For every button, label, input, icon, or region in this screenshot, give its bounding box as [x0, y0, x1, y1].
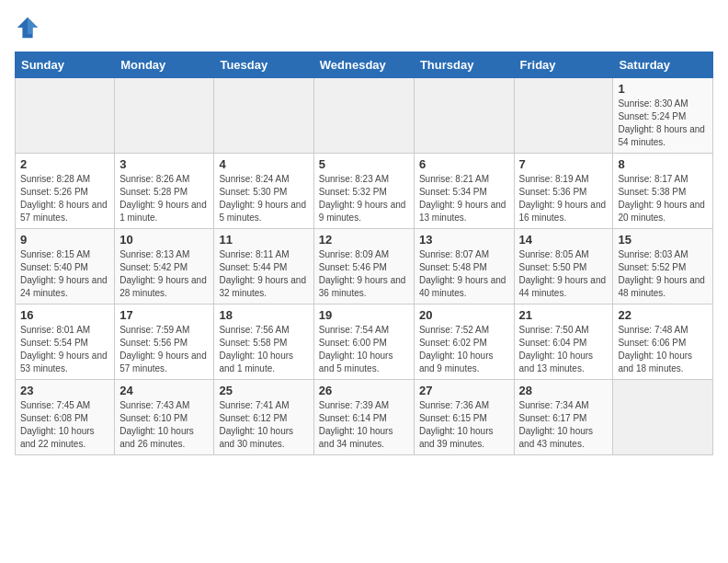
calendar-cell: 18Sunrise: 7:56 AM Sunset: 5:58 PM Dayli…	[214, 304, 313, 380]
day-detail: Sunrise: 7:50 AM Sunset: 6:04 PM Dayligh…	[519, 324, 609, 375]
calendar-cell	[514, 78, 613, 154]
calendar-cell: 17Sunrise: 7:59 AM Sunset: 5:56 PM Dayli…	[115, 304, 214, 380]
calendar-cell	[613, 380, 713, 455]
calendar-table: SundayMondayTuesdayWednesdayThursdayFrid…	[15, 52, 713, 455]
day-detail: Sunrise: 8:11 AM Sunset: 5:44 PM Dayligh…	[219, 248, 308, 300]
calendar-cell: 4Sunrise: 8:24 AM Sunset: 5:30 PM Daylig…	[214, 154, 313, 229]
day-number: 16	[20, 308, 109, 322]
calendar-cell: 25Sunrise: 7:41 AM Sunset: 6:12 PM Dayli…	[214, 380, 313, 455]
calendar-cell: 8Sunrise: 8:17 AM Sunset: 5:38 PM Daylig…	[613, 154, 713, 229]
day-detail: Sunrise: 8:01 AM Sunset: 5:54 PM Dayligh…	[20, 324, 109, 375]
weekday-header: Saturday	[613, 52, 713, 78]
day-detail: Sunrise: 8:05 AM Sunset: 5:50 PM Dayligh…	[519, 248, 609, 300]
calendar-cell: 1Sunrise: 8:30 AM Sunset: 5:24 PM Daylig…	[613, 78, 713, 154]
day-number: 4	[219, 157, 308, 171]
day-detail: Sunrise: 7:41 AM Sunset: 6:12 PM Dayligh…	[219, 399, 308, 451]
day-detail: Sunrise: 8:17 AM Sunset: 5:38 PM Dayligh…	[618, 173, 708, 224]
day-number: 3	[119, 157, 209, 171]
day-number: 7	[519, 157, 609, 171]
calendar-cell: 11Sunrise: 8:11 AM Sunset: 5:44 PM Dayli…	[214, 229, 313, 304]
calendar-cell: 24Sunrise: 7:43 AM Sunset: 6:10 PM Dayli…	[115, 380, 214, 455]
weekday-header: Sunday	[16, 52, 115, 78]
day-number: 9	[20, 233, 109, 247]
calendar-cell: 13Sunrise: 8:07 AM Sunset: 5:48 PM Dayli…	[414, 229, 514, 304]
calendar-cell: 9Sunrise: 8:15 AM Sunset: 5:40 PM Daylig…	[16, 229, 115, 304]
calendar-cell: 19Sunrise: 7:54 AM Sunset: 6:00 PM Dayli…	[313, 304, 414, 380]
day-number: 24	[119, 384, 209, 397]
day-detail: Sunrise: 8:19 AM Sunset: 5:36 PM Dayligh…	[519, 173, 609, 224]
day-detail: Sunrise: 8:07 AM Sunset: 5:48 PM Dayligh…	[419, 248, 509, 300]
calendar-week-row: 16Sunrise: 8:01 AM Sunset: 5:54 PM Dayli…	[16, 304, 713, 380]
day-number: 23	[20, 384, 109, 397]
day-detail: Sunrise: 8:28 AM Sunset: 5:26 PM Dayligh…	[20, 173, 109, 224]
calendar-week-row: 1Sunrise: 8:30 AM Sunset: 5:24 PM Daylig…	[16, 78, 713, 154]
calendar-week-row: 23Sunrise: 7:45 AM Sunset: 6:08 PM Dayli…	[16, 380, 713, 455]
day-number: 6	[419, 157, 509, 171]
calendar-cell: 23Sunrise: 7:45 AM Sunset: 6:08 PM Dayli…	[16, 380, 115, 455]
calendar-cell: 10Sunrise: 8:13 AM Sunset: 5:42 PM Dayli…	[115, 229, 214, 304]
day-number: 17	[119, 308, 209, 322]
calendar-cell	[115, 78, 214, 154]
day-detail: Sunrise: 8:13 AM Sunset: 5:42 PM Dayligh…	[119, 248, 209, 300]
calendar-cell: 5Sunrise: 8:23 AM Sunset: 5:32 PM Daylig…	[313, 154, 414, 229]
day-detail: Sunrise: 7:52 AM Sunset: 6:02 PM Dayligh…	[419, 324, 509, 375]
calendar-cell	[313, 78, 414, 154]
day-detail: Sunrise: 8:30 AM Sunset: 5:24 PM Dayligh…	[618, 98, 708, 149]
day-detail: Sunrise: 7:48 AM Sunset: 6:06 PM Dayligh…	[618, 324, 708, 375]
weekday-header: Thursday	[414, 52, 514, 78]
weekday-header: Monday	[115, 52, 214, 78]
day-detail: Sunrise: 7:45 AM Sunset: 6:08 PM Dayligh…	[20, 399, 109, 451]
calendar-cell	[16, 78, 115, 154]
day-number: 18	[219, 308, 308, 322]
day-detail: Sunrise: 8:24 AM Sunset: 5:30 PM Dayligh…	[219, 173, 308, 224]
day-number: 22	[618, 308, 708, 322]
day-number: 1	[618, 82, 708, 96]
day-number: 13	[419, 233, 509, 247]
day-detail: Sunrise: 8:03 AM Sunset: 5:52 PM Dayligh…	[618, 248, 708, 300]
logo	[15, 15, 44, 40]
day-number: 25	[219, 384, 308, 397]
calendar-cell: 6Sunrise: 8:21 AM Sunset: 5:34 PM Daylig…	[414, 154, 514, 229]
day-detail: Sunrise: 7:56 AM Sunset: 5:58 PM Dayligh…	[219, 324, 308, 375]
day-detail: Sunrise: 8:09 AM Sunset: 5:46 PM Dayligh…	[319, 248, 409, 300]
calendar-cell: 2Sunrise: 8:28 AM Sunset: 5:26 PM Daylig…	[16, 154, 115, 229]
calendar-cell: 26Sunrise: 7:39 AM Sunset: 6:14 PM Dayli…	[313, 380, 414, 455]
calendar-cell	[214, 78, 313, 154]
day-detail: Sunrise: 8:21 AM Sunset: 5:34 PM Dayligh…	[419, 173, 509, 224]
calendar-cell: 27Sunrise: 7:36 AM Sunset: 6:15 PM Dayli…	[414, 380, 514, 455]
calendar-cell: 3Sunrise: 8:26 AM Sunset: 5:28 PM Daylig…	[115, 154, 214, 229]
calendar-cell: 15Sunrise: 8:03 AM Sunset: 5:52 PM Dayli…	[613, 229, 713, 304]
calendar-cell: 20Sunrise: 7:52 AM Sunset: 6:02 PM Dayli…	[414, 304, 514, 380]
weekday-header: Friday	[514, 52, 613, 78]
calendar-cell: 14Sunrise: 8:05 AM Sunset: 5:50 PM Dayli…	[514, 229, 613, 304]
logo-icon	[15, 15, 40, 40]
calendar-cell: 21Sunrise: 7:50 AM Sunset: 6:04 PM Dayli…	[514, 304, 613, 380]
day-detail: Sunrise: 7:59 AM Sunset: 5:56 PM Dayligh…	[119, 324, 209, 375]
day-number: 21	[519, 308, 609, 322]
day-number: 28	[519, 384, 609, 397]
calendar-week-row: 9Sunrise: 8:15 AM Sunset: 5:40 PM Daylig…	[16, 229, 713, 304]
day-detail: Sunrise: 7:54 AM Sunset: 6:00 PM Dayligh…	[319, 324, 409, 375]
calendar-cell: 28Sunrise: 7:34 AM Sunset: 6:17 PM Dayli…	[514, 380, 613, 455]
day-detail: Sunrise: 7:34 AM Sunset: 6:17 PM Dayligh…	[519, 399, 609, 451]
calendar-cell: 16Sunrise: 8:01 AM Sunset: 5:54 PM Dayli…	[16, 304, 115, 380]
calendar-cell	[414, 78, 514, 154]
day-number: 27	[419, 384, 509, 397]
day-number: 15	[618, 233, 708, 247]
day-detail: Sunrise: 8:26 AM Sunset: 5:28 PM Dayligh…	[119, 173, 209, 224]
calendar-cell: 7Sunrise: 8:19 AM Sunset: 5:36 PM Daylig…	[514, 154, 613, 229]
day-number: 10	[119, 233, 209, 247]
day-number: 14	[519, 233, 609, 247]
day-detail: Sunrise: 8:23 AM Sunset: 5:32 PM Dayligh…	[319, 173, 409, 224]
day-number: 20	[419, 308, 509, 322]
calendar-week-row: 2Sunrise: 8:28 AM Sunset: 5:26 PM Daylig…	[16, 154, 713, 229]
day-detail: Sunrise: 7:43 AM Sunset: 6:10 PM Dayligh…	[119, 399, 209, 451]
day-number: 19	[319, 308, 409, 322]
day-detail: Sunrise: 7:39 AM Sunset: 6:14 PM Dayligh…	[319, 399, 409, 451]
calendar-cell: 22Sunrise: 7:48 AM Sunset: 6:06 PM Dayli…	[613, 304, 713, 380]
day-detail: Sunrise: 8:15 AM Sunset: 5:40 PM Dayligh…	[20, 248, 109, 300]
day-detail: Sunrise: 7:36 AM Sunset: 6:15 PM Dayligh…	[419, 399, 509, 451]
day-number: 12	[319, 233, 409, 247]
calendar-cell: 12Sunrise: 8:09 AM Sunset: 5:46 PM Dayli…	[313, 229, 414, 304]
page-header	[15, 15, 713, 40]
